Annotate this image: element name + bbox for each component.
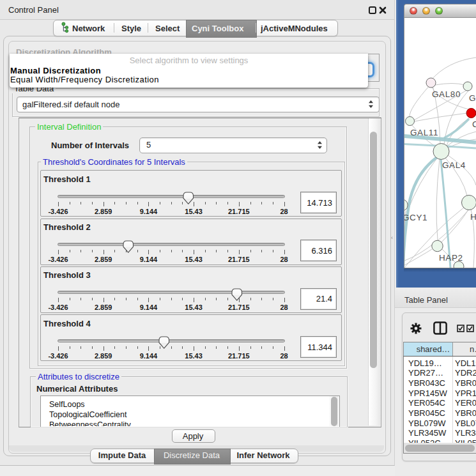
svg-text:GAL4: GAL4 — [442, 160, 466, 170]
svg-text:GAL11: GAL11 — [410, 128, 438, 137]
svg-text:H: H — [470, 212, 476, 222]
svg-text:GCY1: GCY1 — [404, 213, 427, 222]
svg-text:C: C — [472, 119, 476, 129]
svg-text:G: G — [469, 93, 476, 103]
svg-text:HAP2: HAP2 — [439, 253, 463, 263]
svg-text:GAL80: GAL80 — [432, 89, 461, 99]
